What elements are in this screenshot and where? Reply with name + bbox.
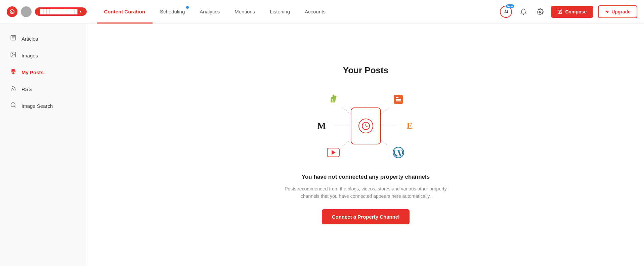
settings-button[interactable] [534,6,546,18]
tab-analytics[interactable]: Analytics [192,0,227,24]
svg-point-4 [11,90,12,90]
wordpress-icon [391,145,406,160]
articles-icon [9,35,17,43]
blogger-icon [391,92,406,107]
center-logo-card [351,107,381,144]
compose-button[interactable]: Compose [551,6,593,18]
shopify-icon [326,92,341,107]
svg-point-5 [11,102,15,107]
page-title: Your Posts [343,65,388,76]
account-selector[interactable]: ████████████ ▾ [35,7,87,16]
images-icon [9,51,17,59]
medium-icon: M [314,118,330,134]
image-search-icon [9,102,17,110]
avatar[interactable] [21,6,32,17]
upgrade-button[interactable]: Upgrade [598,5,637,18]
header: ████████████ ▾ Content Curation Scheduli… [0,0,644,24]
channels-diagram: M E [312,89,420,163]
sidebar-item-image-search[interactable]: Image Search [0,97,87,114]
sidebar-item-images[interactable]: Images [0,47,87,64]
tab-listening[interactable]: Listening [262,0,297,24]
sidebar-item-my-posts[interactable]: My Posts [0,64,87,81]
tab-mentions[interactable]: Mentions [227,0,262,24]
svg-rect-16 [396,100,401,101]
scheduling-badge [186,6,189,9]
sidebar-item-articles[interactable]: Articles [0,30,87,47]
svg-point-0 [540,11,541,12]
etsy-icon: E [402,118,418,134]
sidebar-item-rss[interactable]: RSS [0,81,87,97]
rss-icon [9,85,17,93]
tab-scheduling[interactable]: Scheduling [153,0,192,24]
my-posts-icon [9,68,17,76]
layout: Articles Images My Posts [0,24,644,266]
svg-rect-14 [396,97,398,98]
app-center-logo [358,119,373,133]
ai-button-wrap: AI New [499,5,513,18]
main-content: Your Posts [87,24,644,266]
notifications-button[interactable] [517,6,529,18]
account-name: ████████████ [40,9,78,14]
empty-heading: You have not connected any property chan… [302,174,430,180]
chevron-down-icon: ▾ [80,10,81,13]
header-right: AI New Compose U [499,5,637,18]
tab-content-curation[interactable]: Content Curation [97,0,153,24]
tab-accounts[interactable]: Accounts [297,0,333,24]
svg-rect-15 [396,99,401,100]
empty-description: Posts recommended from the blogs, videos… [282,185,450,200]
youtube-icon [326,145,341,160]
new-badge: New [506,4,514,8]
main-nav: Content Curation Scheduling Analytics Me… [97,0,500,23]
connect-property-channel-button[interactable]: Connect a Property Channel [322,209,410,224]
svg-point-3 [12,53,12,54]
app-logo[interactable] [7,6,17,17]
sidebar: Articles Images My Posts [0,24,87,266]
logo-area: ████████████ ▾ [7,6,87,17]
